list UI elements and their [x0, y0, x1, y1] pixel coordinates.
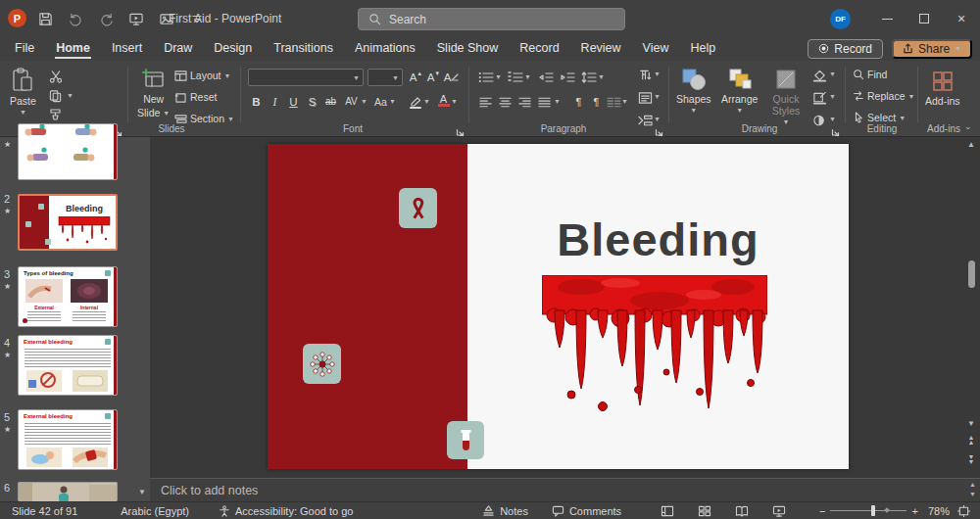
increase-font-size-button[interactable]: A▲: [408, 69, 424, 85]
add-ins-button[interactable]: Add-ins: [925, 70, 960, 107]
reading-view-button[interactable]: [723, 505, 760, 517]
virus-tile[interactable]: [303, 344, 341, 384]
tab-view[interactable]: View: [632, 38, 680, 60]
chevron-down-icon[interactable]: ▼: [829, 93, 836, 100]
tab-slide-show[interactable]: Slide Show: [426, 38, 510, 60]
thumbnail-slide-2[interactable]: Bleeding: [18, 194, 118, 251]
font-color-button[interactable]: A: [435, 92, 452, 109]
decrease-font-size-button[interactable]: A▼: [425, 69, 442, 85]
tab-transitions[interactable]: Transitions: [263, 38, 344, 60]
chevron-down-icon[interactable]: ▼: [67, 92, 74, 99]
clear-formatting-button[interactable]: A: [443, 69, 460, 85]
change-case-button[interactable]: Aa: [372, 93, 389, 110]
decrease-indent-button[interactable]: [537, 69, 554, 85]
slide-editor[interactable]: Bleeding: [268, 144, 849, 469]
italic-button[interactable]: I: [267, 93, 283, 110]
language-indicator[interactable]: Arabic (Egypt): [109, 505, 201, 517]
underline-button[interactable]: U: [285, 93, 302, 110]
maximize-button[interactable]: [906, 0, 943, 37]
chevron-down-icon[interactable]: ▼: [495, 73, 502, 80]
thumbnail-scroll-down-icon[interactable]: ▼: [138, 488, 146, 497]
previous-slide-button[interactable]: ▲▲: [968, 435, 975, 445]
start-slideshow-icon[interactable]: [126, 9, 146, 28]
font-name-combobox[interactable]: ▼: [248, 69, 364, 86]
format-painter-button[interactable]: [47, 106, 64, 122]
increase-indent-button[interactable]: [559, 69, 575, 85]
rtl-direction-button[interactable]: ¶: [588, 93, 605, 110]
thumbnail-slide-4[interactable]: External bleeding: [18, 335, 118, 396]
find-button[interactable]: Find: [853, 69, 887, 80]
redo-icon[interactable]: [96, 9, 116, 28]
select-button[interactable]: Select ▼: [853, 112, 906, 123]
chevron-down-icon[interactable]: ▼: [524, 73, 531, 80]
fit-slide-button[interactable]: [956, 505, 980, 517]
minimize-button[interactable]: [868, 0, 906, 37]
normal-view-button[interactable]: [649, 505, 686, 517]
tab-review[interactable]: Review: [570, 38, 632, 60]
account-avatar[interactable]: DF: [830, 9, 851, 29]
zoom-out-button[interactable]: −: [808, 505, 829, 517]
chevron-down-icon[interactable]: ▼: [554, 98, 561, 105]
tab-design[interactable]: Design: [203, 38, 263, 60]
line-spacing-button[interactable]: [580, 69, 597, 85]
chevron-down-icon[interactable]: ▼: [654, 71, 661, 77]
thumbnail-slide-1[interactable]: [18, 123, 118, 180]
tab-draw[interactable]: Draw: [153, 38, 203, 60]
notes-scroll-arrows[interactable]: ▲▼: [969, 480, 976, 499]
strikethrough-button[interactable]: ab: [322, 93, 339, 110]
character-spacing-button[interactable]: AV: [343, 93, 360, 110]
chevron-down-icon[interactable]: ▼: [654, 116, 661, 122]
shape-outline-button[interactable]: [811, 89, 828, 106]
save-icon[interactable]: [35, 9, 55, 28]
quick-styles-button[interactable]: Quick Styles ▼: [766, 68, 806, 125]
tab-file[interactable]: File: [4, 38, 45, 60]
bold-button[interactable]: B: [248, 93, 265, 110]
slide-indicator[interactable]: Slide 42 of 91: [0, 505, 89, 517]
highlight-color-button[interactable]: [407, 93, 423, 110]
next-slide-button[interactable]: ▼▼: [968, 454, 975, 464]
notes-panel[interactable]: Click to add notes ▲▼: [150, 478, 980, 501]
replace-button[interactable]: Replace ▼: [853, 90, 914, 102]
shapes-button[interactable]: Shapes ▼: [676, 68, 711, 114]
justify-button[interactable]: [536, 93, 553, 110]
reset-button[interactable]: Reset: [174, 91, 217, 103]
font-dialog-launcher[interactable]: [456, 123, 466, 133]
tab-home[interactable]: Home: [45, 38, 101, 60]
thumbnail-slide-6[interactable]: [18, 482, 118, 501]
tab-insert[interactable]: Insert: [101, 38, 153, 60]
slide-title-text[interactable]: Bleeding: [467, 212, 849, 266]
columns-button[interactable]: [606, 93, 622, 110]
align-text-button[interactable]: [637, 89, 654, 106]
new-slide-button[interactable]: New Slide▼: [137, 68, 170, 118]
align-right-button[interactable]: [516, 93, 533, 110]
chevron-down-icon[interactable]: ▼: [361, 98, 368, 105]
shape-effects-button[interactable]: [811, 112, 828, 128]
text-direction-button[interactable]: [637, 67, 654, 83]
zoom-level[interactable]: 78%: [922, 505, 956, 517]
convert-to-smartart-button[interactable]: [637, 112, 654, 128]
bullets-button[interactable]: [477, 69, 494, 85]
align-center-button[interactable]: [497, 93, 514, 110]
drawing-dialog-launcher[interactable]: [831, 123, 841, 133]
scrollbar-thumb[interactable]: [968, 260, 975, 288]
blood-drip-image[interactable]: [542, 275, 767, 412]
notes-toggle[interactable]: Notes: [470, 505, 540, 517]
layout-button[interactable]: Layout▼: [174, 70, 230, 81]
paste-button[interactable]: Paste ▼: [10, 68, 36, 116]
record-button[interactable]: Record: [808, 39, 883, 59]
cut-button[interactable]: [47, 69, 64, 85]
close-button[interactable]: ×: [943, 0, 980, 37]
scroll-down-icon[interactable]: ▼: [967, 419, 975, 429]
vertical-scrollbar[interactable]: ▲ ▼ ▲▲ ▼▼: [964, 137, 978, 478]
chevron-down-icon[interactable]: ▼: [829, 116, 836, 122]
thumbnail-slide-5[interactable]: External bleeding: [18, 409, 118, 470]
chevron-down-icon[interactable]: ▼: [654, 93, 661, 100]
shape-fill-button[interactable]: [811, 67, 828, 83]
search-input[interactable]: Search: [358, 8, 625, 30]
tab-help[interactable]: Help: [679, 38, 726, 60]
chevron-down-icon[interactable]: ▼: [451, 98, 458, 105]
thumbnail-slide-3[interactable]: Types of bleeding External Internal: [18, 266, 118, 327]
paragraph-dialog-launcher[interactable]: [655, 123, 664, 133]
accessibility-status[interactable]: Accessibility: Good to go: [207, 505, 365, 517]
collapse-ribbon-icon[interactable]: ⌄: [964, 121, 972, 131]
